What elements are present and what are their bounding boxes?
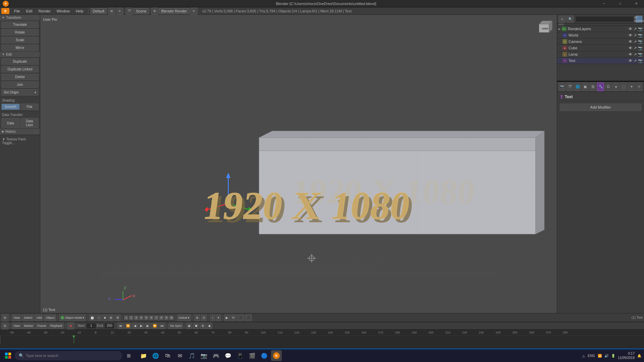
taskbar-skype[interactable]: 📱: [235, 350, 246, 361]
layer-9[interactable]: 9: [164, 315, 169, 320]
history-section-header[interactable]: ▶ History ⋯: [0, 129, 40, 135]
layer-1[interactable]: 1: [124, 315, 128, 320]
taskbar-chrome[interactable]: 🔵: [259, 350, 270, 361]
prop-data-icon[interactable]: Ω: [605, 82, 612, 91]
camera-eye-icon[interactable]: 👁: [629, 40, 632, 44]
taskbar-mail[interactable]: ✉: [174, 350, 185, 361]
prop-modifiers-icon[interactable]: 🔧: [597, 82, 604, 91]
outliner-item-cube[interactable]: ■ Cube 👁 ↗ 📷: [557, 45, 644, 51]
layer-2[interactable]: 2: [129, 315, 133, 320]
menu-render[interactable]: Render: [36, 8, 53, 14]
prop-texture-icon[interactable]: ⬚: [620, 82, 627, 91]
prop-physics-icon[interactable]: ⚛: [636, 82, 643, 91]
tray-lang[interactable]: ENG: [588, 354, 595, 358]
flat-button[interactable]: Flat: [20, 104, 39, 110]
layout-icon-1[interactable]: ⊞: [108, 7, 115, 15]
game-logic[interactable]: ▶: [224, 314, 230, 321]
add-modifier-button[interactable]: Add Modifier: [560, 104, 641, 111]
viewport-wire-icon[interactable]: □: [96, 314, 101, 321]
layout-dropdown[interactable]: Default: [91, 8, 107, 14]
prop-constraints-icon[interactable]: ⛓: [589, 82, 596, 91]
world-eye-icon[interactable]: 👁: [629, 33, 632, 38]
timeline-keyframe-icon[interactable]: ◆: [207, 322, 212, 329]
taskbar-steam[interactable]: 🎮: [211, 350, 221, 361]
tray-volume-icon[interactable]: 🔊: [604, 354, 608, 358]
jump-start-button[interactable]: ⏮: [117, 322, 124, 329]
layer-8[interactable]: 8: [159, 315, 164, 320]
prev-keyframe-button[interactable]: ◀: [132, 322, 138, 329]
transform-section-header[interactable]: ▼ Transform ⋯: [0, 15, 40, 21]
duplicate-button[interactable]: Duplicate: [1, 58, 39, 65]
smooth-button[interactable]: Smooth: [1, 104, 20, 110]
taskbar-search-bar[interactable]: 🔍 Type here to search: [15, 351, 122, 360]
camera-render-icon[interactable]: 📷: [638, 40, 643, 44]
delete-button[interactable]: Delete: [1, 74, 39, 80]
scene-icon[interactable]: 🎬: [125, 7, 133, 15]
renderlayers-cursor-icon[interactable]: ↗: [634, 27, 637, 31]
tab-view[interactable]: [558, 23, 564, 25]
snap-options[interactable]: ⊡: [201, 314, 207, 321]
lamp-render-icon[interactable]: 📷: [638, 52, 643, 57]
layer-7[interactable]: 7: [154, 315, 159, 320]
layer-3[interactable]: 3: [134, 315, 139, 320]
prop-scene-icon[interactable]: 🎬: [566, 82, 573, 91]
next-frame-button[interactable]: ⏩: [151, 322, 158, 329]
timeline-editor-icon[interactable]: ⊞: [1, 322, 9, 329]
timeline-extra-2[interactable]: ⏺: [193, 322, 199, 329]
text-eye-icon[interactable]: 👁: [629, 59, 632, 63]
timeline-view-btn[interactable]: View: [12, 322, 21, 329]
world-render-icon[interactable]: 📷: [638, 33, 643, 38]
cube-eye-icon[interactable]: 👁: [629, 46, 632, 50]
tray-wifi-icon[interactable]: 📶: [598, 354, 602, 358]
scale-button[interactable]: Scale: [1, 37, 39, 43]
menu-edit[interactable]: Edit: [23, 8, 35, 14]
join-button[interactable]: Join: [1, 81, 39, 88]
timeline-record-icon[interactable]: ⏺: [67, 322, 74, 329]
prop-render-icon[interactable]: 📷: [558, 82, 566, 91]
view-button[interactable]: View: [12, 314, 21, 321]
select-button[interactable]: Select: [22, 314, 34, 321]
play-button[interactable]: ▶: [139, 322, 144, 329]
prop-material-icon[interactable]: ●: [612, 82, 620, 91]
cube-cursor-icon[interactable]: ↗: [634, 46, 637, 50]
lamp-cursor-icon[interactable]: ↗: [634, 52, 637, 57]
duplicate-linked-button[interactable]: Duplicate Linked: [1, 66, 39, 72]
proportional-settings[interactable]: ▾: [216, 314, 221, 321]
outliner-view-icon[interactable]: ≡: [558, 15, 566, 23]
outliner-item-world[interactable]: W World 👁 ↗ 📷: [557, 32, 644, 39]
texture-paint-toggle[interactable]: ▼ Texture Paint Toggle...: [0, 136, 40, 146]
timeline-marker-btn[interactable]: Marker: [22, 322, 35, 329]
sync-dropdown[interactable]: No Sync: [168, 322, 183, 329]
add-button[interactable]: Add: [35, 314, 43, 321]
close-button[interactable]: ✕: [629, 0, 644, 7]
timeline-end-input[interactable]: [104, 323, 114, 329]
outliner-view-btn[interactable]: All Scenes: [635, 15, 643, 23]
viewport-extra-2[interactable]: ⬛: [245, 314, 252, 321]
renderer-settings-icon[interactable]: ✕: [190, 7, 198, 15]
layer-5[interactable]: 5: [144, 315, 149, 320]
lamp-eye-icon[interactable]: 👁: [629, 52, 632, 57]
timeline-start-input[interactable]: [86, 323, 96, 329]
viewport-texture-icon[interactable]: ⊞: [108, 314, 114, 321]
data-layo-button[interactable]: Data Layo: [20, 118, 39, 128]
set-origin-button[interactable]: Set Origin ▾: [1, 89, 39, 96]
viewport-solid-icon[interactable]: ■: [102, 314, 107, 321]
cube-render-icon[interactable]: 📷: [638, 46, 643, 50]
object-mode-dropdown[interactable]: Object Mode ▾: [59, 314, 86, 321]
data-button[interactable]: Data: [1, 118, 20, 128]
timeline-playback-btn[interactable]: Playback: [48, 322, 64, 329]
menu-window[interactable]: Window: [54, 8, 72, 14]
timeline-extra-3[interactable]: ⊕: [200, 322, 206, 329]
viewport[interactable]: User Persp: [40, 15, 557, 313]
prop-object-icon[interactable]: ▣: [582, 82, 589, 91]
taskbar-photos[interactable]: 📷: [199, 350, 209, 361]
text-cursor-icon[interactable]: ↗: [634, 59, 637, 63]
taskbar-store[interactable]: 🛍: [162, 350, 173, 361]
taskbar-music[interactable]: 🎵: [186, 350, 197, 361]
mirror-button[interactable]: Mirror: [1, 45, 39, 51]
timeline-frame-btn[interactable]: Frame: [36, 322, 48, 329]
text-render-icon[interactable]: 📷: [638, 59, 643, 63]
outliner-item-text[interactable]: T Text 👁 ↗ 📷: [557, 58, 644, 64]
taskbar-blender[interactable]: B: [271, 350, 282, 361]
renderlayers-render-icon[interactable]: 📷: [638, 27, 643, 31]
